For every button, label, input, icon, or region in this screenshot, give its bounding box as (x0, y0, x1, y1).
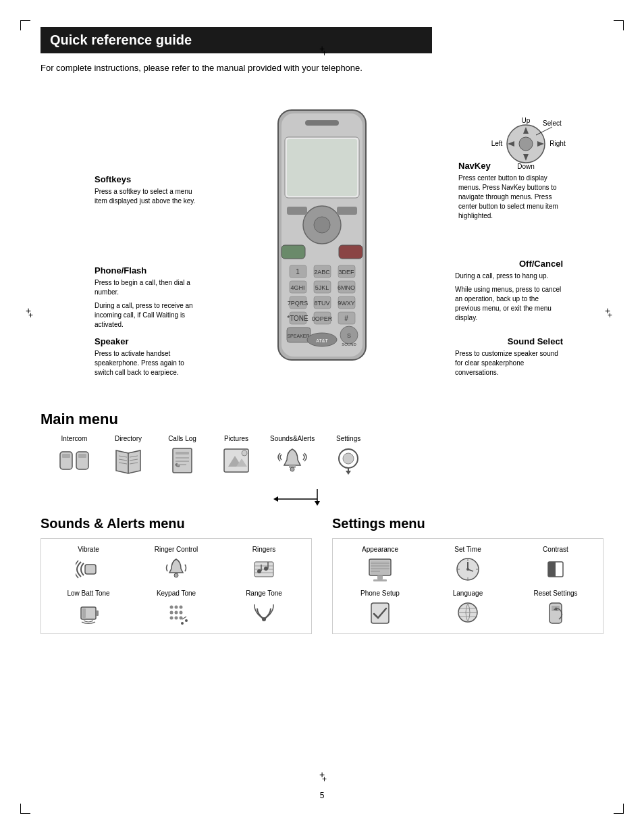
vibrate-icon (75, 556, 102, 583)
sound-select-title: Sound Select (455, 336, 563, 346)
svg-rect-96 (82, 608, 86, 618)
svg-text:Select: Select (543, 120, 562, 127)
language-label: Language (453, 590, 483, 597)
svg-text:9WXY: 9WXY (338, 300, 355, 307)
svg-text:8TUV: 8TUV (314, 300, 329, 307)
svg-text:Right: Right (549, 140, 566, 147)
svg-rect-16 (287, 139, 357, 196)
menu-item-pictures: Pictures (216, 435, 257, 475)
svg-rect-57 (78, 454, 86, 458)
svg-text:SOUND: SOUND (342, 342, 356, 346)
reset-settings-label: Reset Settings (533, 590, 577, 597)
svg-point-75 (290, 467, 294, 471)
page: + + + + Quick reference guide For comple… (0, 0, 644, 834)
svg-point-105 (180, 617, 183, 620)
navkey-label: NavKey Press center button to display me… (458, 161, 566, 221)
sub-item-range-tone: Range Tone (223, 590, 304, 627)
low-batt-label: Low Batt Tone (67, 590, 109, 597)
svg-text:#: # (344, 315, 348, 322)
settings-header: Settings menu (332, 516, 603, 531)
calls-log-label: Calls Log (168, 435, 196, 442)
svg-rect-20 (337, 207, 357, 215)
sub-item-phone-setup: Phone Setup (340, 590, 421, 627)
svg-point-99 (180, 606, 183, 609)
set-time-label: Set Time (454, 546, 481, 553)
sound-select-body: Press to customize speaker sound for cle… (455, 349, 563, 377)
sub-item-keypad-tone: Keypad Tone (136, 590, 217, 627)
sub-item-ringer-control: Ringer Control (136, 546, 217, 583)
main-menu-header: Main menu (41, 411, 603, 428)
svg-point-103 (170, 617, 173, 620)
contrast-icon (542, 556, 569, 583)
svg-point-107 (185, 619, 188, 622)
svg-point-92 (264, 567, 268, 571)
vibrate-label: Vibrate (78, 546, 99, 553)
svg-rect-111 (371, 561, 390, 574)
sub-item-low-batt: Low Batt Tone (48, 590, 129, 627)
sub-item-ringers: Ringers (223, 546, 304, 583)
sound-select-label: Sound Select Press to customize speaker … (455, 336, 563, 377)
calls-log-icon (165, 445, 199, 475)
low-batt-icon (75, 600, 102, 627)
settings-label: Settings (336, 435, 360, 442)
svg-point-109 (262, 617, 266, 621)
menu-item-calls-log: Calls Log (162, 435, 203, 475)
off-cancel-label: Off/Cancel During a call, press to hang … (455, 259, 563, 323)
crosshair-bottom: + (322, 775, 333, 785)
subtitle: For complete instructions, please refer … (41, 63, 603, 73)
svg-text:4GHI: 4GHI (290, 284, 304, 291)
svg-point-90 (257, 569, 261, 573)
svg-marker-79 (346, 471, 351, 475)
svg-point-102 (180, 611, 183, 615)
corner-mark-bl (20, 800, 34, 814)
svg-rect-116 (377, 575, 383, 579)
svg-point-1 (519, 137, 533, 151)
svg-point-85 (174, 573, 178, 577)
appearance-label: Appearance (362, 546, 398, 553)
svg-text:5JKL: 5JKL (315, 284, 329, 291)
softkeys-title: Softkeys (95, 174, 196, 184)
arrow-area (54, 489, 603, 509)
menu-item-intercom: Intercom (54, 435, 95, 475)
ringer-control-icon (163, 556, 190, 583)
phone-flash-body2: During a call, press to receive an incom… (95, 301, 196, 330)
navkey-title: NavKey (458, 161, 566, 171)
svg-point-101 (175, 611, 178, 615)
svg-point-98 (175, 606, 178, 609)
svg-text:3DEF: 3DEF (338, 269, 354, 276)
menu-item-directory: Directory (108, 435, 149, 475)
off-cancel-title: Off/Cancel (455, 259, 563, 269)
menu-item-sounds-alerts: Sounds&Alerts (270, 435, 315, 475)
phone-area: Up Down Left Right Select NavKey Press c… (41, 86, 603, 397)
softkeys-label: Softkeys Press a softkey to select a men… (95, 174, 196, 206)
phone-flash-title: Phone/Flash (95, 265, 196, 276)
intercom-icon (57, 445, 91, 475)
svg-rect-128 (548, 562, 556, 577)
svg-text:7PQRS: 7PQRS (288, 300, 308, 307)
keypad-tone-label: Keypad Tone (157, 590, 196, 597)
main-menu-section: Main menu Intercom Directory (41, 411, 603, 509)
pictures-label: Pictures (224, 435, 248, 442)
svg-rect-19 (287, 207, 307, 215)
sub-item-vibrate: Vibrate (48, 546, 129, 583)
phone-image: 1 2ABC 3DEF 4GHI 5JKL 6MNO 7PQRS 8TUV 9W… (268, 107, 376, 370)
sounds-alerts-grid: Vibrate Ringer Control (41, 538, 312, 634)
sounds-alerts-section: Sounds & Alerts menu Vibrate (41, 516, 312, 634)
svg-rect-66 (176, 452, 189, 454)
crosshair-right: + (608, 311, 618, 321)
svg-text:Left: Left (491, 140, 503, 147)
directory-icon (111, 445, 145, 475)
corner-mark-tr (610, 20, 624, 34)
svg-text:S: S (347, 332, 351, 339)
pictures-icon (219, 445, 253, 475)
crosshair-top: + (322, 49, 333, 59)
phone-flash-body1: Press to begin a call, then dial a numbe… (95, 278, 196, 297)
menu-item-settings: Settings (328, 435, 369, 475)
sounds-alerts-icon (275, 445, 309, 475)
phone-flash-label: Phone/Flash Press to begin a call, then … (95, 265, 196, 330)
sub-item-reset-settings: Reset Settings (515, 590, 596, 627)
sub-item-set-time: Set Time (427, 546, 508, 583)
off-cancel-body2: While using menus, press to cancel an op… (455, 285, 563, 323)
svg-text:6MNO: 6MNO (338, 284, 355, 291)
svg-line-106 (182, 617, 186, 619)
